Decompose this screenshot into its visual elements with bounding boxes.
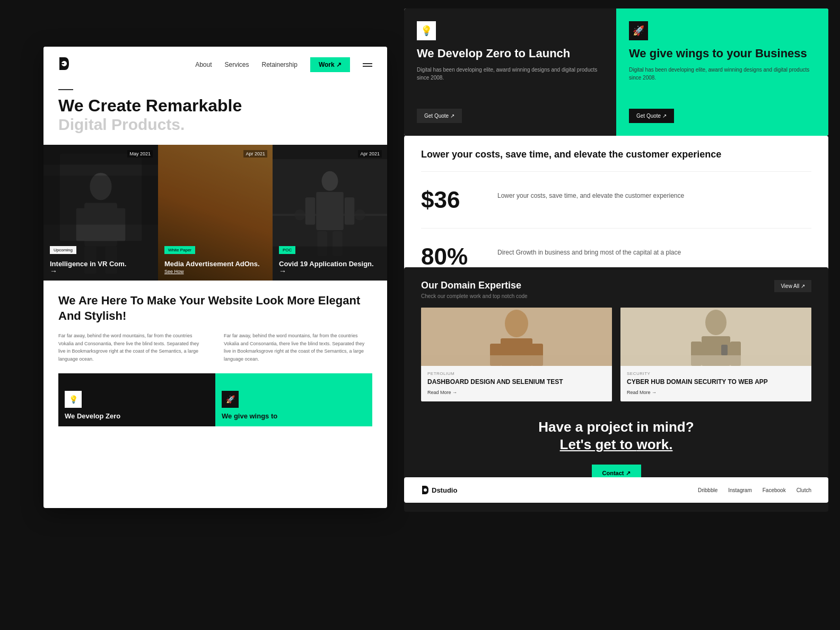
bottom-col-1: Far far away, behind the word mountains,… bbox=[58, 332, 207, 363]
cta-title: Have a project in mind? Let's get to wor… bbox=[438, 418, 794, 454]
stat-divider-2 bbox=[421, 228, 811, 229]
bottom-col-2: Far far away, behind the word mountains,… bbox=[224, 332, 372, 363]
footer-links: Dribbble Instagram Facebook Clutch bbox=[698, 487, 811, 493]
domain-card-1[interactable]: PETROLIUM DASHBOARD DESIGN AND SELENIUM … bbox=[421, 308, 612, 401]
hero-section: We Create Remarkable Digital Products. bbox=[43, 83, 387, 145]
domain-header: Our Domain Expertise Check our complete … bbox=[421, 280, 811, 299]
footer-link-facebook[interactable]: Facebook bbox=[763, 487, 786, 493]
svg-rect-40 bbox=[620, 355, 811, 366]
right-top-cards: 💡 We Develop Zero to Launch Digital has … bbox=[404, 8, 828, 136]
portfolio-title-1: Intelligence in VR Com. bbox=[50, 260, 126, 269]
domain-card-title-1: DASHBOARD DESIGN AND SELENIUM TEST bbox=[427, 378, 606, 387]
portfolio-link-2[interactable]: See How bbox=[164, 269, 184, 274]
svg-point-33 bbox=[705, 310, 727, 335]
card-wings-title: We give wings to your Business bbox=[629, 47, 816, 60]
stat-number-2: 80% bbox=[421, 243, 485, 270]
navbar: About Services Retainership Work ↗ bbox=[43, 47, 387, 83]
card-bulb-icon: 💡 bbox=[417, 21, 436, 40]
bulb-icon: 💡 bbox=[65, 391, 82, 408]
card-develop-desc: Digital has been developing elite, award… bbox=[417, 66, 603, 82]
domain-tag-1: PETROLIUM bbox=[427, 371, 606, 376]
nav-services[interactable]: Services bbox=[224, 61, 249, 68]
card-rocket-icon: 🚀 bbox=[629, 21, 648, 40]
domain-card-1-body: PETROLIUM DASHBOARD DESIGN AND SELENIUM … bbox=[421, 366, 612, 401]
bottom-section: We Are Here To Make Your Website Look Mo… bbox=[43, 281, 387, 439]
domain-readmore-1[interactable]: Read More → bbox=[427, 390, 606, 395]
card-develop-title: We Develop Zero to Launch bbox=[417, 47, 603, 60]
portfolio-title-2: Media Advertisement AdOns. bbox=[164, 260, 260, 269]
bottom-headline: We Are Here To Make Your Website Look Mo… bbox=[58, 293, 372, 323]
card-wings-desc: Digital has been developing elite, award… bbox=[629, 66, 816, 82]
domain-photo-1 bbox=[421, 308, 612, 366]
portfolio-tag-3: POC bbox=[279, 246, 295, 254]
stats-headline: Lower your costs, save time, and elevate… bbox=[421, 148, 811, 161]
portfolio-arrow-3: → bbox=[279, 267, 286, 275]
footer-link-clutch[interactable]: Clutch bbox=[797, 487, 811, 493]
domain-readmore-2[interactable]: Read More → bbox=[627, 390, 805, 395]
svg-point-41 bbox=[424, 488, 427, 492]
hero-subtitle: Digital Products. bbox=[58, 115, 372, 134]
hamburger-icon[interactable] bbox=[363, 63, 372, 67]
stat-desc-2: Direct Growth in business and bring most… bbox=[497, 243, 681, 257]
domain-grid: PETROLIUM DASHBOARD DESIGN AND SELENIUM … bbox=[421, 308, 811, 401]
svg-rect-39 bbox=[721, 345, 728, 355]
bottom-card-label-1: We Develop Zero bbox=[65, 412, 120, 420]
portfolio-item-2[interactable]: Apr 2021 White Paper Media Advertisement… bbox=[158, 145, 273, 281]
portfolio-tag-2: White Paper bbox=[164, 246, 195, 254]
hero-divider bbox=[58, 89, 73, 90]
stat-number-1: $36 bbox=[421, 187, 485, 213]
footer-link-dribbble[interactable]: Dribbble bbox=[698, 487, 718, 493]
right-domain-section: Our Domain Expertise Check our complete … bbox=[404, 267, 828, 512]
bottom-card-develop[interactable]: 💡 We Develop Zero bbox=[58, 373, 215, 426]
card-develop: 💡 We Develop Zero to Launch Digital has … bbox=[404, 8, 616, 136]
logo bbox=[58, 56, 70, 73]
view-all-button[interactable]: View All ↗ bbox=[774, 280, 811, 292]
footer-link-instagram[interactable]: Instagram bbox=[728, 487, 751, 493]
nav-about[interactable]: About bbox=[195, 61, 212, 68]
card-wings-btn[interactable]: Get Quote ↗ bbox=[629, 109, 674, 123]
portfolio-title-3: Covid 19 Application Design. bbox=[279, 260, 374, 269]
nav-work-button[interactable]: Work ↗ bbox=[310, 57, 350, 72]
stat-row-1: $36 Lower your costs, save time, and ele… bbox=[421, 180, 811, 220]
portfolio-item-3[interactable]: Apr 2021 POC Covid 19 Application Design… bbox=[273, 145, 387, 281]
stat-divider-1 bbox=[421, 171, 811, 172]
svg-rect-31 bbox=[421, 355, 612, 366]
hero-title: We Create Remarkable bbox=[58, 97, 372, 115]
nav-links: About Services Retainership Work ↗ bbox=[195, 57, 372, 72]
domain-tag-2: SECURITY bbox=[627, 371, 805, 376]
portfolio-grid: May 2021 Upcoming Intelligence in VR Com… bbox=[43, 145, 387, 281]
domain-card-2-body: SECURITY CYBER HUB DOMAIN SECURITY TO WE… bbox=[620, 366, 811, 401]
bottom-card-label-2: We give wings to bbox=[222, 412, 277, 420]
domain-card-title-2: CYBER HUB DOMAIN SECURITY TO WEB APP bbox=[627, 378, 805, 387]
footer-logo: Dstudio bbox=[421, 485, 457, 495]
left-website-panel: About Services Retainership Work ↗ We Cr… bbox=[43, 47, 387, 508]
domain-header-text: Our Domain Expertise Check our complete … bbox=[421, 280, 528, 299]
svg-point-25 bbox=[505, 310, 528, 337]
stat-desc-1: Lower your costs, save time, and elevate… bbox=[497, 187, 684, 200]
portfolio-date-1: May 2021 bbox=[127, 150, 153, 158]
nav-retainership[interactable]: Retainership bbox=[262, 61, 298, 68]
portfolio-item-1[interactable]: May 2021 Upcoming Intelligence in VR Com… bbox=[43, 145, 158, 281]
bottom-cards: 💡 We Develop Zero 🚀 We give wings to bbox=[58, 373, 372, 426]
bottom-card-wings[interactable]: 🚀 We give wings to bbox=[215, 373, 372, 426]
domain-photo-2 bbox=[620, 308, 811, 366]
bottom-cols: Far far away, behind the word mountains,… bbox=[58, 332, 372, 363]
right-stats-section: Lower your costs, save time, and elevate… bbox=[404, 136, 828, 289]
card-develop-btn[interactable]: Get Quote ↗ bbox=[417, 109, 462, 123]
footer-bar: Dstudio Dribbble Instagram Facebook Clut… bbox=[404, 477, 828, 503]
domain-subtitle: Check our complete work and top notch co… bbox=[421, 293, 528, 299]
card-wings: 🚀 We give wings to your Business Digital… bbox=[616, 8, 828, 136]
domain-title: Our Domain Expertise bbox=[421, 280, 528, 291]
portfolio-arrow-1: → bbox=[50, 267, 57, 275]
portfolio-date-3: Apr 2021 bbox=[358, 150, 382, 158]
portfolio-date-2: Apr 2021 bbox=[243, 150, 267, 158]
domain-card-2[interactable]: SECURITY CYBER HUB DOMAIN SECURITY TO WE… bbox=[620, 308, 811, 401]
portfolio-tag-1: Upcoming bbox=[50, 246, 76, 254]
rocket-icon: 🚀 bbox=[222, 391, 239, 408]
